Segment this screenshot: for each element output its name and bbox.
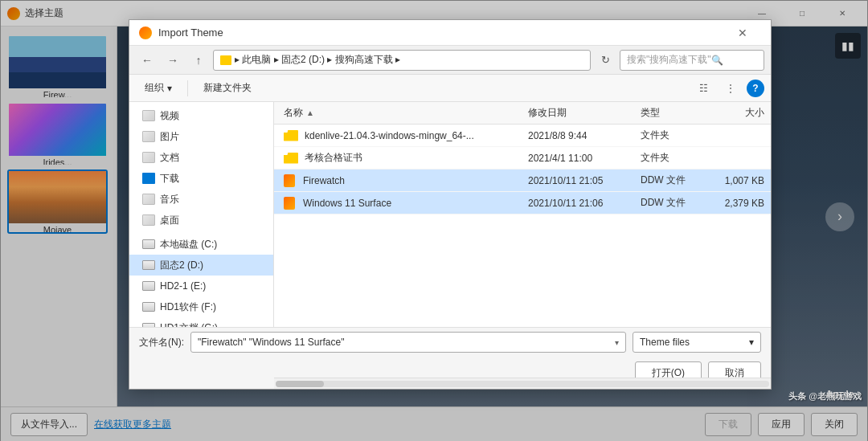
filename-value: "Firewatch" "Windows 11 Surface" [198,337,344,348]
breadcrumb-bar: ▸ 此电脑 ▸ 固态2 (D:) ▸ 搜狗高速下载 ▸ [213,50,591,71]
sidebar-item-music[interactable]: 音乐 [129,189,273,210]
drive-d-icon [142,260,155,270]
file-row-win11[interactable]: Windows 11 Surface 2021/10/11 21:06 DDW … [274,192,771,214]
file-date-cert: 2021/4/1 11:00 [522,153,634,164]
filename-dropdown-arrow: ▾ [615,338,619,347]
sort-arrow: ▲ [306,108,314,117]
refresh-button[interactable]: ↻ [594,49,616,71]
file-list-header: 名称 ▲ 修改日期 类型 大小 [274,102,771,125]
file-size-firewatch: 1,007 KB [706,175,771,186]
watermark: 头条 @老燕玩游戏 [788,390,862,402]
sidebar-label-music: 音乐 [160,193,179,206]
sidebar-item-doc[interactable]: 文档 [129,147,273,168]
filetype-select[interactable]: Theme files ▾ [633,332,761,353]
music-icon [142,194,155,205]
dialog-close-button[interactable]: ✕ [724,20,761,46]
sidebar-label-drive-c: 本地磁盘 (C:) [160,238,217,251]
col-header-name[interactable]: 名称 ▲ [274,106,522,120]
search-placeholder: 搜索"搜狗高速下载" [627,53,711,67]
new-folder-button[interactable]: 新建文件夹 [194,78,260,99]
organize-button[interactable]: 组织 ▾ [136,78,181,99]
file-name-cert: 考核合格证书 [274,151,522,165]
filename-label: 文件名(N): [139,336,184,349]
nav-back-button[interactable]: ← [136,49,158,71]
search-bar[interactable]: 搜索"搜狗高速下载" 🔍 [620,50,764,71]
drive-f-icon [142,302,155,312]
sidebar-label-picture: 图片 [160,130,179,144]
video-icon [142,110,155,121]
file-type-win11: DDW 文件 [634,196,706,210]
file-size-win11: 2,379 KB [706,198,771,209]
filename-input[interactable]: "Firewatch" "Windows 11 Surface" ▾ [190,332,626,353]
search-icon: 🔍 [711,55,723,66]
sidebar-item-video[interactable]: 视频 [129,105,273,126]
col-header-type[interactable]: 类型 [634,106,706,120]
file-type-kdenlive: 文件夹 [634,129,706,142]
import-theme-dialog: Import Theme ✕ ← → ↑ ▸ 此电脑 ▸ 固态2 (D:) ▸ … [129,19,772,390]
file-date-win11: 2021/10/11 21:06 [522,198,634,209]
dialog-body: 视频 图片 文档 下载 音乐 [129,102,771,327]
organize-label: 组织 [145,81,164,95]
folder-icon-cert [284,153,298,164]
file-name-kdenlive: kdenlive-21.04.3-windows-mingw_64-... [274,130,522,141]
filetype-label: Theme files [640,337,690,348]
desktop-icon [142,214,155,226]
filetype-arrow: ▾ [749,337,754,348]
drive-e-icon [142,281,155,291]
dialog-overlay: Import Theme ✕ ← → ↑ ▸ 此电脑 ▸ 固态2 (D:) ▸ … [0,0,868,441]
sidebar: 视频 图片 文档 下载 音乐 [129,102,274,327]
ddw-icon-win11 [284,197,295,210]
toolbar-divider [187,80,188,96]
sidebar-label-doc: 文档 [160,151,179,165]
drive-c-icon [142,239,155,249]
file-date-kdenlive: 2021/8/8 9:44 [522,130,634,141]
toolbar-right: ☷ ⋮ ? [692,78,764,99]
file-name-firewatch: Firewatch [274,174,522,187]
file-type-firewatch: DDW 文件 [634,174,706,187]
dialog-navbar: ← → ↑ ▸ 此电脑 ▸ 固态2 (D:) ▸ 搜狗高速下载 ▸ ↻ 搜索"搜… [129,46,771,75]
file-row-cert[interactable]: 考核合格证书 2021/4/1 11:00 文件夹 [274,147,771,169]
filename-row: 文件名(N): "Firewatch" "Windows 11 Surface"… [129,328,771,357]
file-row-kdenlive[interactable]: kdenlive-21.04.3-windows-mingw_64-... 20… [274,125,771,147]
file-type-cert: 文件夹 [634,151,706,165]
ddw-icon-firewatch [284,174,295,187]
nav-forward-button[interactable]: → [162,49,184,71]
dialog-titlebar: Import Theme ✕ [129,20,771,46]
sidebar-label-drive-e: HD2-1 (E:) [160,280,206,292]
sidebar-item-desktop[interactable]: 桌面 [129,210,273,231]
drive-g-icon [142,323,155,327]
sidebar-item-download[interactable]: 下载 [129,168,273,189]
folder-icon [220,55,231,65]
file-list: 名称 ▲ 修改日期 类型 大小 kdenlive-21.04.3-windows… [274,102,771,327]
sidebar-item-drive-f[interactable]: HD1软件 (F:) [129,296,273,317]
col-header-date[interactable]: 修改日期 [522,106,634,120]
sidebar-label-drive-g: HD1文档 (G:) [160,321,218,328]
view-grid-button[interactable]: ☷ [692,78,714,99]
sidebar-label-download: 下载 [160,172,179,186]
doc-icon [142,152,155,163]
sidebar-label-drive-f: HD1软件 (F:) [160,300,216,314]
sidebar-item-drive-c[interactable]: 本地磁盘 (C:) [129,234,273,255]
col-header-size[interactable]: 大小 [706,106,771,120]
sidebar-item-drive-g[interactable]: HD1文档 (G:) [129,317,273,327]
sidebar-label-video: 视频 [160,109,179,123]
picture-icon [142,131,155,142]
download-icon [142,173,155,184]
sidebar-item-drive-d[interactable]: 固态2 (D:) [129,255,273,276]
sidebar-item-drive-e[interactable]: HD2-1 (E:) [129,276,273,296]
help-button[interactable]: ? [747,80,764,97]
dialog-title: Import Theme [158,27,223,39]
file-date-firewatch: 2021/10/11 21:05 [522,175,634,186]
file-name-win11: Windows 11 Surface [274,197,522,210]
organize-arrow: ▾ [167,83,172,94]
sidebar-label-drive-d: 固态2 (D:) [160,259,203,272]
nav-up-button[interactable]: ↑ [187,49,210,71]
file-row-firewatch[interactable]: Firewatch 2021/10/11 21:05 DDW 文件 1,007 … [274,169,771,192]
breadcrumb-part1: ▸ 此电脑 ▸ 固态2 (D:) ▸ 搜狗高速下载 ▸ [235,53,400,67]
dialog-toolbar: 组织 ▾ 新建文件夹 ☷ ⋮ ? [129,75,771,102]
sidebar-label-desktop: 桌面 [160,214,179,227]
sidebar-item-picture[interactable]: 图片 [129,126,273,147]
view-list-button[interactable]: ⋮ [719,78,742,99]
col-name-label: 名称 [284,106,303,120]
dialog-icon [139,27,152,39]
